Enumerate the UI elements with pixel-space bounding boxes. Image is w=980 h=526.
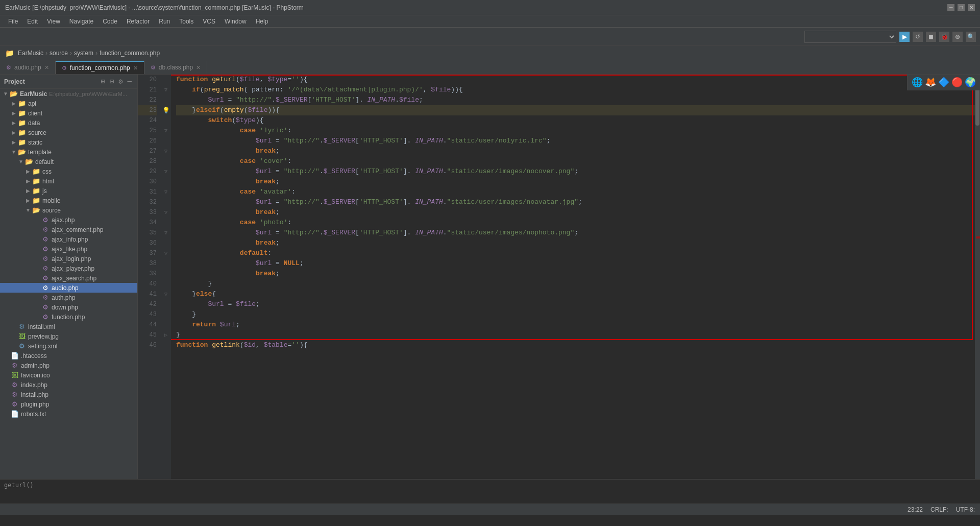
- sidebar-item-audio-php[interactable]: ⚙ audio.php: [0, 283, 137, 293]
- sidebar-item-preview[interactable]: 🖼 preview.jpg: [0, 331, 137, 341]
- tree-label-ajax-login: ajax_login.php: [52, 255, 91, 262]
- sidebar-icon-2[interactable]: ⊟: [108, 77, 115, 86]
- sidebar-item-ajax-search[interactable]: ⚙ ajax_search.php: [0, 273, 137, 283]
- sidebar-item-admin[interactable]: ⚙ admin.php: [0, 361, 137, 370]
- edge-icon[interactable]: 🔷: [938, 77, 949, 88]
- code-line-26: $url = "http://".$_SERVER['HTTP_HOST']. …: [176, 136, 980, 146]
- php-icon-plugin: ⚙: [10, 400, 19, 408]
- sidebar-item-source[interactable]: ▶ 📁 source: [0, 128, 137, 137]
- sidebar-item-favicon[interactable]: 🖼 favicon.ico: [0, 370, 137, 380]
- breadcrumb-earmusic[interactable]: EarMusic: [18, 50, 43, 57]
- sidebar-icon-1[interactable]: ⊞: [99, 77, 106, 86]
- tab-audio-php-close[interactable]: ✕: [44, 64, 49, 71]
- fold-arrow-27[interactable]: ▽: [164, 148, 167, 154]
- breadcrumb-file[interactable]: function_common.php: [100, 50, 160, 57]
- rerun-button[interactable]: ↺: [913, 32, 923, 42]
- sidebar-item-api[interactable]: ▶ 📁 api: [0, 99, 137, 108]
- menu-view[interactable]: View: [43, 17, 64, 26]
- sidebar-item-index[interactable]: ⚙ index.php: [0, 380, 137, 390]
- tab-function-common-php[interactable]: ⚙ function_common.php ✕: [56, 61, 144, 74]
- sidebar-item-ajax-info[interactable]: ⚙ ajax_info.php: [0, 234, 137, 244]
- menu-run[interactable]: Run: [155, 17, 174, 26]
- firefox-icon[interactable]: 🦊: [925, 77, 936, 88]
- search-everywhere-button[interactable]: 🔍: [966, 32, 976, 42]
- menu-edit[interactable]: Edit: [23, 17, 42, 26]
- opera-icon[interactable]: 🔴: [951, 77, 963, 88]
- code-line-32: $url = "http://".$_SERVER['HTTP_HOST']. …: [176, 197, 980, 207]
- close-button[interactable]: ✕: [968, 4, 975, 11]
- sidebar-item-plugin[interactable]: ⚙ plugin.php: [0, 399, 137, 409]
- fold-arrow-33[interactable]: ▽: [164, 209, 167, 216]
- tab-audio-php[interactable]: ⚙ audio.php ✕: [0, 61, 56, 74]
- fold-arrow-35[interactable]: ▽: [164, 230, 167, 236]
- fold-arrow-37[interactable]: ▽: [164, 250, 167, 256]
- sidebar-icon-hide[interactable]: —: [126, 77, 133, 86]
- sidebar-item-ajax-comment[interactable]: ⚙ ajax_comment.php: [0, 225, 137, 234]
- fold-arrow-31[interactable]: ▽: [164, 189, 167, 195]
- sidebar-item-function[interactable]: ⚙ function.php: [0, 312, 137, 322]
- vertical-scrollbar[interactable]: [975, 75, 980, 479]
- sidebar-item-ajax-login[interactable]: ⚙ ajax_login.php: [0, 254, 137, 264]
- stop-button[interactable]: ◼: [926, 32, 936, 42]
- menu-navigate[interactable]: Navigate: [65, 17, 97, 26]
- php-icon-audio: ⚙: [41, 284, 50, 292]
- tab-db-class-php[interactable]: ⚙ db.class.php ✕: [144, 61, 207, 74]
- fold-arrow-41[interactable]: ▽: [164, 291, 167, 297]
- sidebar-item-install[interactable]: ⚙ install.php: [0, 390, 137, 399]
- sidebar-item-source2[interactable]: ▼ 📂 source: [0, 205, 137, 215]
- menu-refactor[interactable]: Refactor: [122, 17, 154, 26]
- code-content[interactable]: function geturl($file, $type=''){ if(pre…: [171, 75, 980, 479]
- code-line-37: default:: [176, 248, 980, 258]
- sidebar-item-ajax-php[interactable]: ⚙ ajax.php: [0, 215, 137, 225]
- sidebar-item-css[interactable]: ▶ 📁 css: [0, 166, 137, 176]
- sidebar-item-robots[interactable]: 📄 robots.txt: [0, 409, 137, 419]
- debug-button[interactable]: 🐞: [939, 32, 949, 42]
- breadcrumb-system[interactable]: system: [74, 50, 93, 57]
- code-line-23: }elseif(empty($file)){: [176, 105, 980, 115]
- sidebar-item-client[interactable]: ▶ 📁 client: [0, 108, 137, 118]
- window-controls[interactable]: ─ □ ✕: [947, 4, 975, 11]
- sidebar-item-down[interactable]: ⚙ down.php: [0, 302, 137, 312]
- sidebar-item-js[interactable]: ▶ 📁 js: [0, 186, 137, 196]
- status-line-ending[interactable]: CRLF:: [930, 506, 948, 513]
- sidebar-item-setting-xml[interactable]: ⚙ setting.xml: [0, 341, 137, 351]
- run-button[interactable]: ▶: [899, 32, 910, 42]
- scrollbar-thumb[interactable]: [975, 85, 979, 126]
- fold-arrow-45[interactable]: ▷: [164, 332, 167, 338]
- run-config-dropdown[interactable]: [804, 31, 896, 43]
- menu-code[interactable]: Code: [99, 17, 121, 26]
- breadcrumb-source[interactable]: source: [50, 50, 68, 57]
- menu-help[interactable]: Help: [252, 17, 273, 26]
- profile-button[interactable]: ⊛: [952, 32, 963, 42]
- menu-file[interactable]: File: [4, 17, 22, 26]
- menu-tools[interactable]: Tools: [175, 17, 198, 26]
- fold-arrow-29[interactable]: ▽: [164, 169, 167, 175]
- sidebar-item-data[interactable]: ▶ 📁 data: [0, 118, 137, 128]
- menu-window[interactable]: Window: [220, 17, 251, 26]
- fold-arrow-21[interactable]: ▽: [164, 87, 167, 93]
- code-line-39: break;: [176, 269, 980, 279]
- tab-function-common-php-close[interactable]: ✕: [133, 65, 138, 71]
- sidebar-item-ajax-player[interactable]: ⚙ ajax_player.php: [0, 264, 137, 273]
- sidebar-item-ajax-like[interactable]: ⚙ ajax_like.php: [0, 244, 137, 254]
- minimize-button[interactable]: ─: [947, 4, 954, 11]
- status-encoding[interactable]: UTF-8:: [956, 506, 975, 513]
- sidebar-item-install-xml[interactable]: ⚙ install.xml: [0, 322, 137, 331]
- sidebar-icon-3[interactable]: ⚙: [117, 77, 124, 86]
- folder-icon-default: 📂: [24, 158, 34, 165]
- other-browser-icon[interactable]: 🌍: [965, 77, 976, 88]
- menu-vcs[interactable]: VCS: [199, 17, 219, 26]
- sidebar-item-htaccess[interactable]: 📄 .htaccess: [0, 351, 137, 361]
- maximize-button[interactable]: □: [958, 4, 965, 11]
- fold-arrow-25[interactable]: ▽: [164, 128, 167, 134]
- sidebar-item-static[interactable]: ▶ 📁 static: [0, 137, 137, 147]
- status-position[interactable]: 23:22: [908, 506, 923, 513]
- sidebar-item-auth[interactable]: ⚙ auth.php: [0, 293, 137, 302]
- tab-db-class-php-close[interactable]: ✕: [196, 64, 201, 71]
- sidebar-item-default[interactable]: ▼ 📂 default: [0, 157, 137, 166]
- sidebar-item-template[interactable]: ▼ 📂 template: [0, 147, 137, 157]
- sidebar-item-html[interactable]: ▶ 📁 html: [0, 176, 137, 186]
- tree-project-root[interactable]: ▼ 📂 EarMusic E:\phpstudy_pro\WWW\EarM...: [0, 89, 137, 99]
- chrome-icon[interactable]: 🌐: [912, 77, 923, 88]
- sidebar-item-mobile[interactable]: ▶ 📁 mobile: [0, 196, 137, 205]
